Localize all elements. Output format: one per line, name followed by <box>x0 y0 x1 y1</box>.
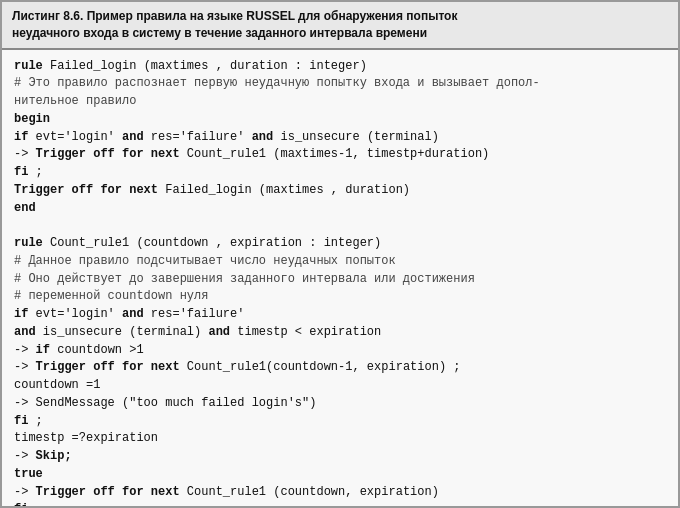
code-area: rule Failed_login (maxtimes , duration :… <box>2 50 678 506</box>
code-block: rule Failed_login (maxtimes , duration :… <box>14 58 666 506</box>
title-line2: неудачного входа в систему в течение зад… <box>12 26 427 40</box>
title-bar: Листинг 8.6. Пример правила на языке RUS… <box>2 2 678 50</box>
main-container: Листинг 8.6. Пример правила на языке RUS… <box>0 0 680 508</box>
title-line1: Листинг 8.6. Пример правила на языке RUS… <box>12 9 457 23</box>
